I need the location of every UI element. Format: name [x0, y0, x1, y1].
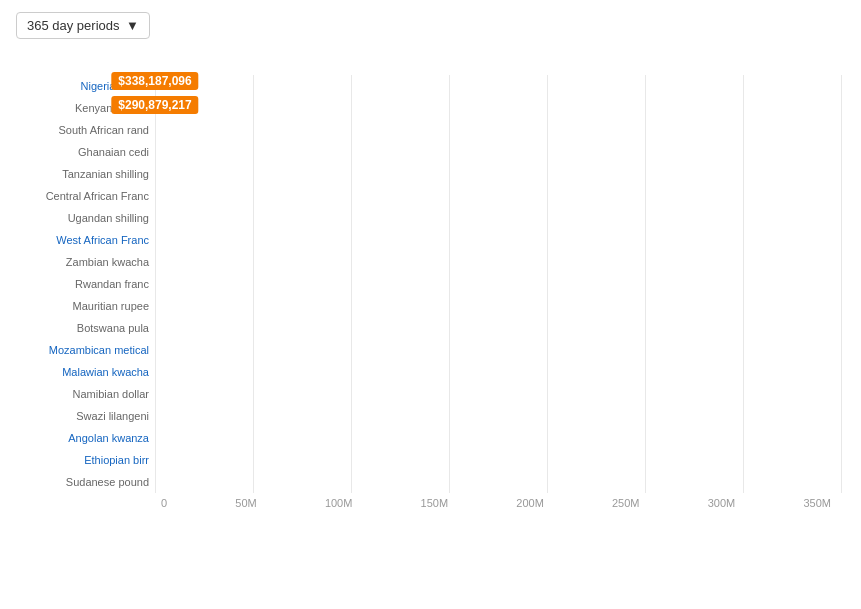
bars-area: $338,187,096$290,879,217 — [155, 75, 841, 493]
y-label-14: Namibian dollar — [73, 383, 149, 405]
x-tick-7: 350M — [803, 497, 831, 509]
y-label-3: Ghanaian cedi — [78, 141, 149, 163]
bar-row-5 — [155, 185, 841, 207]
period-dropdown[interactable]: 365 day periods 7 day periods 30 day per… — [27, 18, 120, 33]
x-tick-4: 200M — [516, 497, 544, 509]
bar-row-18 — [155, 471, 841, 493]
bar-row-9 — [155, 273, 841, 295]
bar-row-16 — [155, 427, 841, 449]
y-label-17: Ethiopian birr — [84, 449, 149, 471]
y-label-10: Mauritian rupee — [73, 295, 149, 317]
bar-row-14 — [155, 383, 841, 405]
y-label-8: Zambian kwacha — [66, 251, 149, 273]
x-tick-3: 150M — [421, 497, 449, 509]
y-label-7: West African Franc — [56, 229, 149, 251]
bar-row-13 — [155, 361, 841, 383]
y-label-5: Central African Franc — [46, 185, 149, 207]
x-tick-1: 50M — [235, 497, 256, 509]
bar-row-12 — [155, 339, 841, 361]
y-label-6: Ugandan shilling — [68, 207, 149, 229]
y-axis-labels: Nigerian nairaKenyan shillingSouth Afric… — [10, 75, 155, 493]
chart-area: Nigerian nairaKenyan shillingSouth Afric… — [10, 75, 841, 493]
bar-row-6 — [155, 207, 841, 229]
y-label-9: Rwandan franc — [75, 273, 149, 295]
x-tick-2: 100M — [325, 497, 353, 509]
bar-row-3 — [155, 141, 841, 163]
bar-row-7 — [155, 229, 841, 251]
y-label-15: Swazi lilangeni — [76, 405, 149, 427]
bar-row-15 — [155, 405, 841, 427]
x-tick-5: 250M — [612, 497, 640, 509]
bar-row-8 — [155, 251, 841, 273]
bar-row-0: $338,187,096$290,879,217 — [155, 75, 841, 97]
chart-container: Nigerian nairaKenyan shillingSouth Afric… — [0, 51, 861, 529]
y-label-16: Angolan kwanza — [68, 427, 149, 449]
grid-line — [841, 75, 842, 493]
x-tick-0: 0 — [161, 497, 167, 509]
y-label-18: Sudanese pound — [66, 471, 149, 493]
dropdown-arrow-icon: ▼ — [126, 18, 139, 33]
period-selector[interactable]: 365 day periods 7 day periods 30 day per… — [16, 12, 150, 39]
tooltip-value-1: $338,187,096 — [111, 72, 198, 90]
y-label-12: Mozambican metical — [49, 339, 149, 361]
y-label-13: Malawian kwacha — [62, 361, 149, 383]
bar-row-17 — [155, 449, 841, 471]
x-axis-labels: 050M100M150M200M250M300M350M — [161, 493, 831, 509]
bar-row-10 — [155, 295, 841, 317]
x-tick-6: 300M — [708, 497, 736, 509]
bar-row-2 — [155, 119, 841, 141]
bar-row-1 — [155, 97, 841, 119]
bar-row-4 — [155, 163, 841, 185]
y-label-11: Botswana pula — [77, 317, 149, 339]
y-label-2: South African rand — [58, 119, 149, 141]
bar-row-11 — [155, 317, 841, 339]
top-controls-area: 365 day periods 7 day periods 30 day per… — [0, 0, 861, 51]
y-label-4: Tanzanian shilling — [62, 163, 149, 185]
